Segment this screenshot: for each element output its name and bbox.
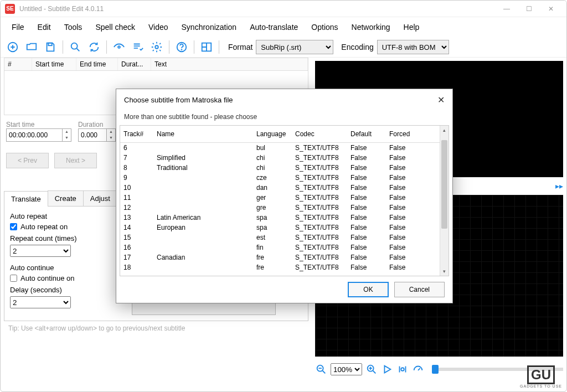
col-track[interactable]: Track# <box>120 128 153 140</box>
col-text[interactable]: Text <box>151 58 308 70</box>
track-row[interactable]: 14EuropeanspaS_TEXT/UTF8FalseFalse <box>120 223 449 233</box>
col-dur[interactable]: Durat... <box>118 58 151 70</box>
save-icon[interactable] <box>43 39 58 55</box>
track-row[interactable]: 17CanadianfreS_TEXT/UTF8FalseFalse <box>120 252 449 262</box>
subtitle-grid-header: # Start time End time Durat... Text <box>4 58 308 71</box>
tip-text: Tip: Use <alt+arrow up/down> to go to pr… <box>4 321 308 336</box>
track-row[interactable]: 12greS_TEXT/UTF8FalseFalse <box>120 203 449 213</box>
zoom-select[interactable]: 100% <box>331 363 362 375</box>
settings-icon[interactable] <box>149 39 164 55</box>
col-forced[interactable]: Forced <box>386 128 425 140</box>
encoding-label: Encoding <box>341 43 373 51</box>
menu-spellcheck[interactable]: Spell check <box>89 19 142 35</box>
encoding-select[interactable]: UTF-8 with BOM <box>377 40 449 54</box>
watermark: GU GADGETS TO USE <box>520 365 562 388</box>
ok-button[interactable]: OK <box>348 282 388 297</box>
dialog-subtitle: More than one subtitle found - please ch… <box>116 111 452 125</box>
tab-translate[interactable]: Translate <box>4 191 48 207</box>
track-row[interactable]: 10danS_TEXT/UTF8FalseFalse <box>120 183 449 193</box>
auto-continue-on-label: Auto continue on <box>20 274 75 282</box>
position-icon[interactable] <box>396 363 409 375</box>
track-row[interactable]: 9czeS_TEXT/UTF8FalseFalse <box>120 173 449 183</box>
help-icon[interactable] <box>174 39 189 55</box>
duration-input[interactable] <box>79 129 106 141</box>
duration-label: Duration <box>78 121 116 128</box>
auto-continue-label: Auto continue <box>10 264 121 272</box>
track-row[interactable]: 8TraditionalchiS_TEXT/UTF8FalseFalse <box>120 163 449 173</box>
track-row[interactable]: 7SimplifiedchiS_TEXT/UTF8FalseFalse <box>120 153 449 163</box>
auto-repeat-checkbox[interactable] <box>10 223 17 230</box>
col-name[interactable]: Name <box>153 128 253 140</box>
col-end[interactable]: End time <box>76 58 118 70</box>
start-time-input[interactable] <box>7 129 62 141</box>
track-row[interactable]: 15estS_TEXT/UTF8FalseFalse <box>120 233 449 243</box>
col-default[interactable]: Default <box>347 128 386 140</box>
search-icon[interactable] <box>68 39 83 55</box>
menu-edit[interactable]: Edit <box>31 19 58 35</box>
menu-help[interactable]: Help <box>397 19 426 35</box>
speed-icon[interactable] <box>412 363 424 375</box>
tab-adjust[interactable]: Adjust <box>83 190 117 206</box>
track-row[interactable]: 16finS_TEXT/UTF8FalseFalse <box>120 243 449 252</box>
col-num[interactable]: # <box>4 58 32 70</box>
visual-sync-icon[interactable] <box>111 39 127 55</box>
col-codec[interactable]: Codec <box>292 128 347 140</box>
dialog-scrollbar[interactable]: ▴ ▾ <box>440 126 449 276</box>
auto-repeat-label: Auto repeat <box>10 212 121 220</box>
zoom-in-icon[interactable] <box>365 363 378 375</box>
track-row[interactable]: 11gerS_TEXT/UTF8FalseFalse <box>120 193 449 203</box>
svg-point-6 <box>182 49 182 50</box>
repeat-count-select[interactable]: 2 <box>10 245 71 257</box>
start-time-spinner[interactable]: ▲▼ <box>62 129 71 141</box>
menu-autotranslate[interactable]: Auto-translate <box>243 19 305 35</box>
video-forward-icon[interactable]: ▸▸ <box>555 182 563 190</box>
cancel-button[interactable]: Cancel <box>394 282 445 297</box>
col-language[interactable]: Language <box>253 128 292 140</box>
auto-repeat-on-label: Auto repeat on <box>20 223 68 231</box>
svg-point-4 <box>155 45 158 49</box>
dialog-close-icon[interactable]: ✕ <box>437 95 445 105</box>
minimize-icon[interactable]: — <box>496 1 518 17</box>
titlebar: SE Untitled - Subtitle Edit 4.0.11 — ☐ ✕ <box>1 1 566 17</box>
choose-subtitle-dialog: Choose subtitle from Matroska file ✕ Mor… <box>116 89 453 303</box>
play-icon[interactable] <box>381 363 393 375</box>
dialog-grid-header: Track# Name Language Codec Default Force… <box>120 126 449 143</box>
duration-spinner[interactable]: ▲▼ <box>106 129 115 141</box>
menu-options[interactable]: Options <box>305 19 344 35</box>
repeat-count-label: Repeat count (times) <box>10 234 121 243</box>
track-row[interactable]: 13Latin AmericanspaS_TEXT/UTF8FalseFalse <box>120 213 449 223</box>
menu-tools[interactable]: Tools <box>58 19 89 35</box>
prev-button[interactable]: < Prev <box>6 153 49 168</box>
auto-continue-checkbox[interactable] <box>10 275 17 282</box>
open-icon[interactable] <box>24 39 39 55</box>
menu-file[interactable]: File <box>5 19 31 35</box>
new-icon[interactable] <box>5 39 20 55</box>
replace-icon[interactable] <box>86 39 102 55</box>
tab-create[interactable]: Create <box>48 190 84 206</box>
dialog-grid-body[interactable]: 6bulS_TEXT/UTF8FalseFalse7SimplifiedchiS… <box>120 143 449 276</box>
next-button[interactable]: Next > <box>54 153 97 168</box>
delay-label: Delay (seconds) <box>10 286 121 294</box>
delay-select[interactable]: 2 <box>10 296 71 308</box>
col-start[interactable]: Start time <box>32 58 76 70</box>
track-row[interactable]: 6bulS_TEXT/UTF8FalseFalse <box>120 143 449 153</box>
format-select[interactable]: SubRip (.srt) <box>256 40 333 54</box>
start-time-label: Start time <box>6 121 71 128</box>
window-title: Untitled - Subtitle Edit 4.0.11 <box>19 5 496 13</box>
spellcheck-icon[interactable] <box>130 39 146 55</box>
maximize-icon[interactable]: ☐ <box>518 1 540 17</box>
layout-icon[interactable] <box>199 39 214 55</box>
menu-networking[interactable]: Networking <box>345 19 397 35</box>
zoom-out-icon[interactable] <box>315 363 327 375</box>
menu-sync[interactable]: Synchronization <box>175 19 244 35</box>
menubar: File Edit Tools Spell check Video Synchr… <box>1 17 566 37</box>
app-icon: SE <box>5 4 15 14</box>
svg-point-3 <box>118 46 120 48</box>
svg-rect-1 <box>48 43 51 46</box>
close-icon[interactable]: ✕ <box>540 1 562 17</box>
toolbar: Format SubRip (.srt) Encoding UTF-8 with… <box>1 37 566 58</box>
track-row[interactable]: 18freS_TEXT/UTF8FalseFalse <box>120 262 449 272</box>
menu-video[interactable]: Video <box>142 19 175 35</box>
format-label: Format <box>228 43 252 51</box>
svg-point-2 <box>71 43 78 49</box>
